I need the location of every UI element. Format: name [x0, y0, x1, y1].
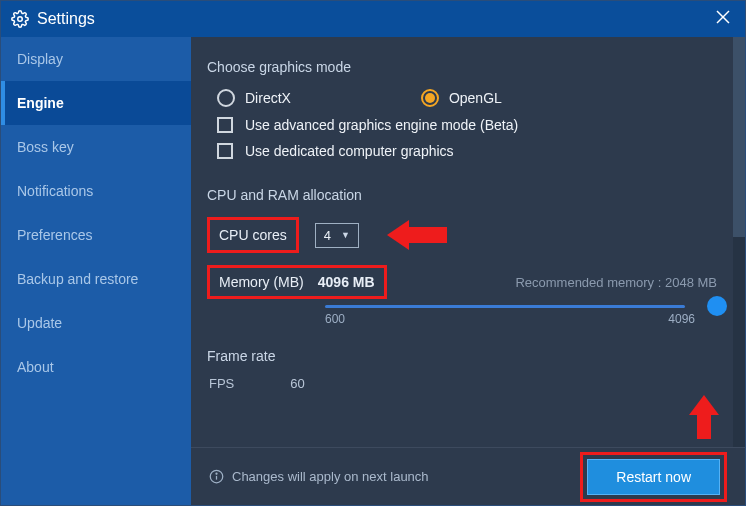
svg-point-5 — [216, 473, 217, 474]
radio-circle-icon — [421, 89, 439, 107]
chevron-down-icon: ▼ — [341, 230, 350, 240]
graphics-mode-heading: Choose graphics mode — [207, 59, 717, 75]
fps-label: FPS — [209, 376, 234, 391]
radio-label: DirectX — [245, 90, 291, 106]
footer-bar: Changes will apply on next launch Restar… — [191, 447, 745, 505]
sidebar-item-update[interactable]: Update — [1, 301, 191, 345]
memory-slider[interactable]: 600 4096 — [325, 305, 717, 326]
scrollbar[interactable] — [733, 37, 745, 447]
content-panel: Choose graphics mode DirectX OpenGL Use … — [191, 37, 745, 505]
sidebar-item-engine[interactable]: Engine — [1, 81, 191, 125]
sidebar-item-label: Boss key — [17, 139, 74, 155]
sidebar-item-label: Preferences — [17, 227, 92, 243]
checkbox-advanced-graphics[interactable]: Use advanced graphics engine mode (Beta) — [217, 117, 717, 133]
recommended-memory-label: Recommended memory : 2048 MB — [515, 275, 717, 290]
sidebar-item-display[interactable]: Display — [1, 37, 191, 81]
sidebar-item-preferences[interactable]: Preferences — [1, 213, 191, 257]
highlight-restart: Restart now — [580, 452, 727, 502]
sidebar-item-label: Update — [17, 315, 62, 331]
cpu-cores-label: CPU cores — [219, 227, 287, 243]
gear-icon — [11, 10, 29, 28]
arrow-left-icon — [387, 220, 447, 250]
radio-opengl[interactable]: OpenGL — [421, 89, 502, 107]
cpu-cores-dropdown[interactable]: 4 ▼ — [315, 223, 359, 248]
sidebar-item-label: Notifications — [17, 183, 93, 199]
restart-button[interactable]: Restart now — [587, 459, 720, 495]
checkbox-label: Use advanced graphics engine mode (Beta) — [245, 117, 518, 133]
radio-directx[interactable]: DirectX — [217, 89, 291, 107]
slider-max-label: 4096 — [668, 312, 695, 326]
slider-track — [325, 305, 685, 308]
footer-message: Changes will apply on next launch — [232, 469, 429, 484]
memory-label: Memory (MB) — [219, 274, 304, 290]
sidebar-item-label: Engine — [17, 95, 64, 111]
highlight-cpu-cores: CPU cores — [207, 217, 299, 253]
window-header: Settings — [1, 1, 745, 37]
checkbox-icon — [217, 143, 233, 159]
close-icon[interactable] — [711, 5, 735, 34]
allocation-heading: CPU and RAM allocation — [207, 187, 717, 203]
highlight-memory: Memory (MB) 4096 MB — [207, 265, 387, 299]
scrollbar-thumb[interactable] — [733, 37, 745, 237]
slider-thumb[interactable] — [707, 296, 727, 316]
sidebar-item-about[interactable]: About — [1, 345, 191, 389]
svg-point-0 — [18, 17, 23, 22]
checkbox-label: Use dedicated computer graphics — [245, 143, 454, 159]
sidebar-item-label: Backup and restore — [17, 271, 138, 287]
radio-label: OpenGL — [449, 90, 502, 106]
sidebar: Display Engine Boss key Notifications Pr… — [1, 37, 191, 505]
frame-rate-heading: Frame rate — [207, 348, 717, 364]
slider-min-label: 600 — [325, 312, 345, 326]
sidebar-item-label: About — [17, 359, 54, 375]
arrow-up-icon — [689, 395, 719, 439]
sidebar-item-backup-restore[interactable]: Backup and restore — [1, 257, 191, 301]
checkbox-icon — [217, 117, 233, 133]
cpu-cores-value: 4 — [324, 228, 331, 243]
sidebar-item-label: Display — [17, 51, 63, 67]
info-icon — [209, 469, 224, 484]
radio-circle-icon — [217, 89, 235, 107]
checkbox-dedicated-graphics[interactable]: Use dedicated computer graphics — [217, 143, 717, 159]
sidebar-item-boss-key[interactable]: Boss key — [1, 125, 191, 169]
sidebar-item-notifications[interactable]: Notifications — [1, 169, 191, 213]
memory-value: 4096 MB — [318, 274, 375, 290]
fps-value: 60 — [290, 376, 304, 391]
page-title: Settings — [37, 10, 95, 28]
